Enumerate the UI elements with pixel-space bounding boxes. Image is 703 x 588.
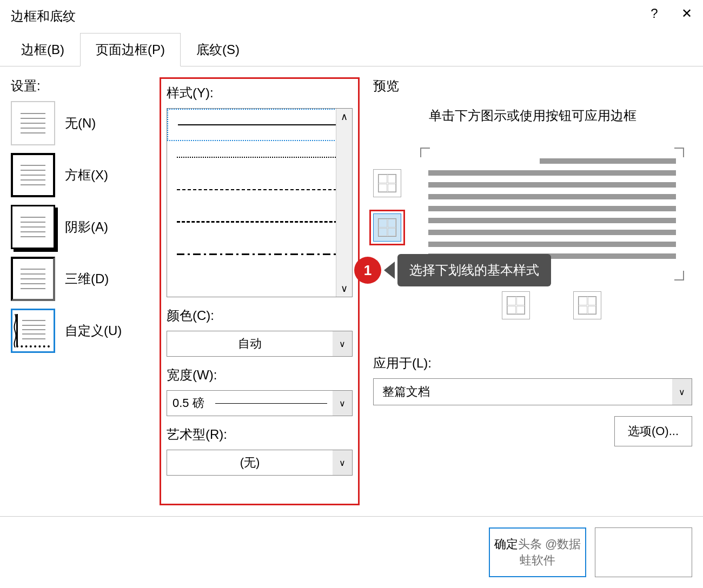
style-item-dotted[interactable]	[167, 141, 352, 173]
setting-shadow-icon[interactable]	[11, 205, 55, 249]
width-combo[interactable]: 0.5 磅 ∨	[167, 390, 353, 416]
scroll-up-icon[interactable]: ∧	[336, 109, 352, 125]
preview-top-border-btn[interactable]	[373, 169, 401, 197]
preview-left-border-btn[interactable]	[502, 291, 530, 319]
chevron-down-icon[interactable]: ∨	[333, 391, 352, 416]
setting-none-icon[interactable]	[11, 101, 55, 145]
color-value: 自动	[167, 336, 333, 352]
corner-marker-icon	[420, 148, 430, 157]
annotation-callout: 1 选择下划线的基本样式	[354, 254, 551, 286]
setting-box-icon[interactable]	[11, 153, 55, 197]
preview-hint: 单击下方图示或使用按钮可应用边框	[373, 105, 692, 126]
chevron-down-icon[interactable]: ∨	[333, 450, 352, 475]
width-label: 宽度(W):	[167, 366, 353, 384]
preview-document[interactable]	[412, 148, 692, 270]
corner-marker-icon	[674, 148, 684, 157]
style-listbox[interactable]: ∧ ∨	[167, 108, 353, 297]
style-scrollbar[interactable]: ∧ ∨	[336, 109, 352, 297]
tab-strip: 边框(B) 页面边框(P) 底纹(S)	[0, 32, 703, 66]
art-value: (无)	[167, 455, 333, 471]
apply-to-label: 应用于(L):	[373, 355, 692, 372]
tab-border[interactable]: 边框(B)	[5, 33, 80, 66]
style-item-dashed-fine[interactable]	[167, 173, 352, 206]
close-button[interactable]: ✕	[671, 0, 703, 27]
apply-to-value: 整篇文档	[374, 384, 672, 400]
color-combo[interactable]: 自动 ∨	[167, 331, 353, 357]
callout-arrow-icon	[384, 262, 395, 279]
options-button[interactable]: 选项(O)...	[614, 416, 692, 446]
preview-label: 预览	[373, 77, 692, 95]
chevron-down-icon[interactable]: ∨	[672, 379, 692, 405]
tab-page-border[interactable]: 页面边框(P)	[80, 33, 181, 66]
setting-none-label: 无(N)	[65, 115, 96, 132]
setting-custom-label: 自定义(U)	[65, 322, 122, 339]
art-combo[interactable]: (无) ∨	[167, 450, 353, 476]
help-button[interactable]: ?	[638, 0, 671, 27]
setting-3d-label: 三维(D)	[65, 270, 109, 288]
chevron-down-icon[interactable]: ∨	[333, 331, 352, 356]
setting-box-label: 方框(X)	[65, 166, 108, 184]
setting-custom-icon[interactable]	[11, 309, 55, 353]
corner-marker-icon	[674, 271, 684, 280]
art-label: 艺术型(R):	[167, 426, 353, 443]
dialog-title-bar: 边框和底纹 ? ✕	[0, 0, 703, 32]
style-item-solid[interactable]	[167, 109, 352, 141]
settings-label: 设置:	[11, 77, 151, 95]
apply-to-combo[interactable]: 整篇文档 ∨	[373, 378, 692, 405]
setting-shadow-label: 阴影(A)	[65, 218, 108, 236]
preview-bottom-border-btn[interactable]	[373, 213, 401, 242]
setting-3d-icon[interactable]	[11, 257, 55, 301]
style-item-dashed[interactable]	[167, 206, 352, 238]
scroll-down-icon[interactable]: ∨	[336, 280, 352, 297]
style-panel: 样式(Y): ∧ ∨ 颜色(C): 自动 ∨ 宽度(W): 0.5	[160, 77, 360, 505]
cancel-button[interactable]	[595, 527, 692, 577]
callout-text: 选择下划线的基本样式	[397, 254, 551, 286]
watermark-text: 头条 @数据蛙软件	[518, 537, 581, 567]
callout-number: 1	[354, 257, 381, 284]
dialog-title: 边框和底纹	[11, 8, 76, 25]
tab-shading[interactable]: 底纹(S)	[181, 33, 255, 66]
width-value: 0.5 磅	[173, 395, 204, 411]
color-label: 颜色(C):	[167, 307, 353, 324]
preview-right-border-btn[interactable]	[573, 291, 601, 319]
style-item-dashdot[interactable]	[167, 238, 352, 271]
style-label: 样式(Y):	[167, 84, 353, 102]
ok-button[interactable]: 确定头条 @数据蛙软件	[489, 527, 586, 577]
